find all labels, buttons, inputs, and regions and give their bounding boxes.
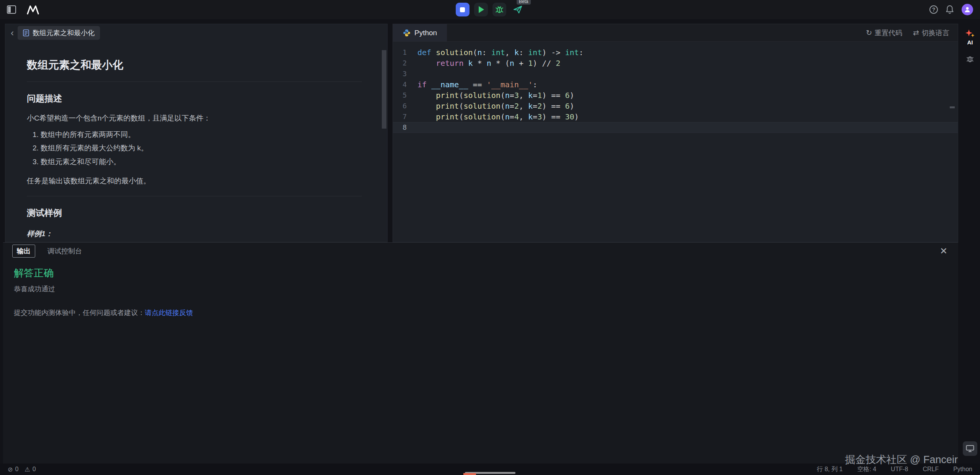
line-number: 2 [393,58,417,69]
problem-title-pill[interactable]: 数组元素之和最小化 [18,26,100,40]
python-icon [403,29,411,37]
marscode-logo-icon [27,5,39,15]
warning-icon: ⚠ [25,466,30,473]
switch-language-label: 切换语言 [922,28,949,38]
condition-item: 数组中的所有元素两两不同。 [41,129,362,140]
code-line[interactable]: 8 [393,122,958,133]
line-number: 6 [393,101,417,111]
statusbar-left: ⊘ 0 ⚠ 0 [8,466,36,473]
tab-output[interactable]: 输出 [12,245,35,258]
refresh-icon: ↻ [866,28,872,37]
overview-ruler-mark [950,106,955,108]
top-bar: Beta ? [0,0,980,19]
bug-gray-icon [966,55,974,63]
errors-indicator[interactable]: ⊘ 0 [8,466,18,473]
error-icon: ⊘ [8,466,13,473]
line-content: def solution(n: int, k: int) -> int: [417,47,584,58]
output-panel: 输出 调试控制台 ✕ 解答正确 恭喜成功通过 提交功能内测体验中，任何问题或者建… [3,242,958,464]
tab-debug-console[interactable]: 调试控制台 [47,246,82,256]
user-avatar[interactable] [962,4,973,15]
divider [27,82,362,82]
problem-panel: ‹ 数组元素之和最小化 数组元素之和最小化 问题描述 小C希望构造一个包含n个元… [5,24,388,242]
result-subtitle: 恭喜成功通过 [14,284,947,294]
ai-assistant-button[interactable]: AI [965,29,975,46]
conditions-list: 数组中的所有元素两两不同。 数组所有元素的最大公约数为 k。 数组元素之和尽可能… [27,129,362,168]
notifications-button[interactable] [946,5,954,14]
bell-icon [946,5,954,14]
code-line[interactable]: 1def solution(n: int, k: int) -> int: [393,47,958,58]
output-panel-tabs: 输出 调试控制台 ✕ [3,243,958,260]
run-controls: Beta [456,3,525,16]
extension-bug-button[interactable] [966,55,974,63]
cursor-position[interactable]: 行 8, 列 1 [817,465,843,473]
editor-tab-label: Python [414,29,437,37]
line-number: 4 [393,79,417,90]
code-line[interactable]: 7 print(solution(n=4, k=3) == 30) [393,111,958,122]
test-button[interactable] [492,3,506,16]
scrollbar-thumb[interactable] [382,50,386,129]
switch-language-button[interactable]: ⇄ 切换语言 [913,28,949,38]
condition-item: 数组元素之和尽可能小。 [41,157,362,167]
tab-python[interactable]: Python [393,24,447,41]
user-icon [964,6,971,13]
beta-badge: Beta [517,0,531,5]
community-watermark: 掘金技术社区 @ Fanceir [845,453,958,467]
code-line[interactable]: 5 print(solution(n=3, k=1) == 6) [393,90,958,101]
code-line[interactable]: 4if __name__ == '__main__': [393,79,958,90]
monitor-icon [966,445,974,452]
output-content: 解答正确 恭喜成功通过 提交功能内测体验中，任何问题或者建议：请点此链接反馈 [3,260,958,331]
condition-item: 数组所有元素的最大公约数为 k。 [41,143,362,153]
help-button[interactable]: ? [929,5,938,14]
encoding-setting[interactable]: UTF-8 [891,466,908,473]
back-icon[interactable]: ‹ [11,28,14,38]
taskbar-notification-chip[interactable] [463,473,476,475]
editor-tabbar: Python ↻ 重置代码 ⇄ 切换语言 [393,24,958,42]
line-number: 3 [393,69,417,79]
line-number: 1 [393,47,417,58]
sample1-label: 样例1： [27,229,362,239]
paper-plane-icon [513,5,522,14]
swap-icon: ⇄ [913,28,919,37]
task-text: 任务是输出该数组元素之和的最小值。 [27,176,362,187]
feedback-link[interactable]: 请点此链接反馈 [145,309,193,317]
help-icon: ? [929,5,938,14]
play-icon [479,6,484,13]
code-line[interactable]: 2 return k * n * (n + 1) // 2 [393,58,958,69]
sidebar-toggle-icon[interactable] [7,5,16,14]
reset-code-button[interactable]: ↻ 重置代码 [866,28,902,38]
bug-icon [495,5,504,14]
description-heading: 问题描述 [27,93,362,104]
problem-scrollbar[interactable] [382,42,386,242]
run-button[interactable] [474,3,488,16]
description-intro: 小C希望构造一个包含n个元素的数组，且满足以下条件： [27,113,362,124]
close-icon[interactable]: ✕ [940,246,949,256]
divider [27,196,362,196]
right-toolbar: AI [960,19,980,464]
result-title: 解答正确 [14,266,947,280]
line-content: print(solution(n=4, k=3) == 30) [417,111,579,122]
device-preview-button[interactable] [963,441,977,456]
stop-icon [460,7,465,12]
language-mode[interactable]: Python [953,466,972,473]
problem-title: 数组元素之和最小化 [27,58,362,72]
stop-button[interactable] [456,3,470,16]
code-line[interactable]: 3 [393,69,958,79]
code-line[interactable]: 6 print(solution(n=2, k=2) == 6) [393,101,958,111]
eol-setting[interactable]: CRLF [923,466,939,473]
submit-button[interactable]: Beta [511,3,525,16]
code-editor[interactable]: 1def solution(n: int, k: int) -> int:2 r… [393,42,958,133]
ai-label: AI [967,39,973,46]
problem-pill-label: 数组元素之和最小化 [33,28,95,38]
feedback-text: 提交功能内测体验中，任何问题或者建议： [14,309,145,317]
line-number: 8 [393,122,417,132]
editor-panel: Python ↻ 重置代码 ⇄ 切换语言 1def solution(n: in… [393,24,958,242]
ai-sparkle-icon [965,29,975,38]
line-content: print(solution(n=2, k=2) == 6) [417,101,574,111]
samples-heading: 测试样例 [27,207,362,219]
warnings-indicator[interactable]: ⚠ 0 [25,466,36,473]
reset-code-label: 重置代码 [875,28,902,38]
problem-doc-icon [23,29,29,36]
line-content: return k * n * (n + 1) // 2 [417,58,560,69]
line-content: print(solution(n=3, k=1) == 6) [417,90,574,101]
feedback-line: 提交功能内测体验中，任何问题或者建议：请点此链接反馈 [14,308,947,317]
